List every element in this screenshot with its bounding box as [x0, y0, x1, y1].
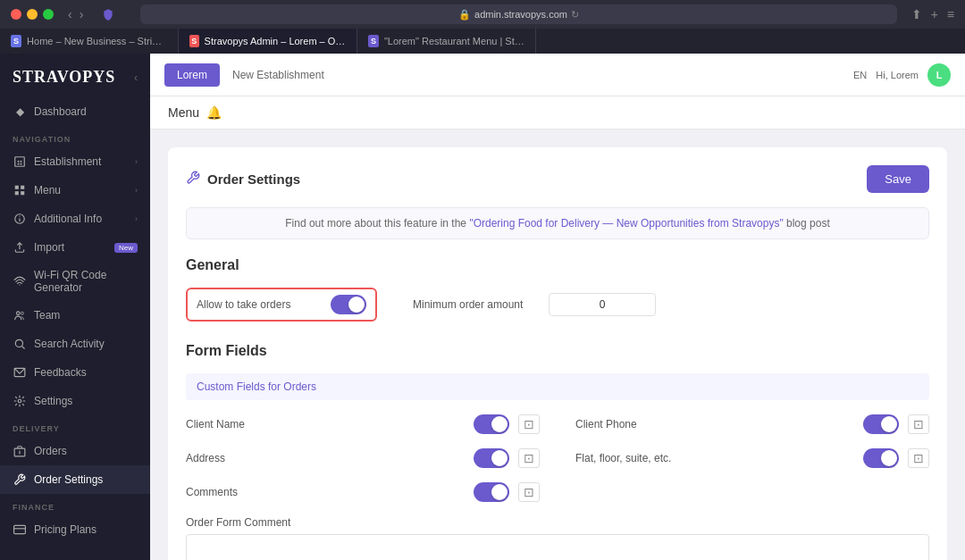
client-phone-edit-icon[interactable]: ⊡: [908, 414, 929, 434]
sidebar-item-pricing-plans[interactable]: Pricing Plans: [0, 515, 150, 544]
sidebar-item-menu[interactable]: Menu ›: [0, 176, 150, 205]
allow-orders-toggle[interactable]: [331, 295, 366, 314]
sidebar-item-orders[interactable]: Orders: [0, 437, 150, 465]
min-order-label: Minimum order amount: [413, 298, 538, 311]
svg-rect-8: [21, 191, 24, 195]
min-order-field: Minimum order amount: [413, 293, 656, 316]
topbar-tab-lorem[interactable]: Lorem: [164, 63, 220, 87]
app-container: STRAVOPYS ‹ ◆ Dashboard NAVIGATION Estab…: [0, 54, 965, 560]
upload-icon: [13, 240, 27, 255]
client-name-label: Client Name: [186, 418, 465, 430]
delivery-section-label: DELIVERY: [0, 415, 150, 437]
credit-card-icon: [13, 522, 27, 537]
general-row: Allow to take orders Minimum order amoun…: [186, 288, 929, 322]
form-fields-title: Form Fields: [186, 343, 929, 359]
settings-card: Order Settings Save Find out more about …: [168, 147, 947, 560]
order-comment-label: Order Form Comment: [186, 516, 929, 529]
comments-edit-icon[interactable]: ⊡: [518, 482, 540, 502]
wrench-icon: [13, 472, 27, 487]
field-row-address: Address ⊡: [186, 448, 540, 468]
tab-order-settings[interactable]: S Stravopys Admin – Lorem – Order Settin…: [179, 29, 357, 54]
mail-icon: [13, 365, 27, 380]
flat-floor-label: Flat, floor, suite, etc.: [575, 452, 854, 464]
fields-grid: Client Name ⊡ Client Phone ⊡ Address: [186, 414, 929, 502]
svg-point-13: [17, 312, 21, 315]
users-icon: [13, 308, 27, 322]
url-bar[interactable]: 🔒 admin.stravopys.com ↻: [140, 4, 896, 24]
grid-icon: [13, 183, 27, 197]
sidebar-item-feedbacks[interactable]: Feedbacks: [0, 358, 150, 387]
custom-fields-link[interactable]: Custom Fields for Orders: [186, 373, 929, 400]
field-row-client-phone: Client Phone ⊡: [575, 414, 929, 434]
sidebar-item-dashboard[interactable]: ◆ Dashboard: [0, 97, 150, 126]
svg-rect-7: [15, 191, 19, 195]
close-window-button[interactable]: [11, 9, 21, 20]
sidebar-item-order-settings[interactable]: Order Settings: [0, 465, 150, 494]
forward-button[interactable]: ›: [80, 7, 84, 21]
address-edit-icon[interactable]: ⊡: [518, 448, 540, 468]
info-icon: [13, 212, 27, 226]
svg-rect-4: [21, 163, 22, 165]
sidebar-item-team[interactable]: Team: [0, 301, 150, 330]
page-header: Menu 🔔: [150, 96, 965, 130]
comments-toggle[interactable]: [474, 482, 509, 502]
svg-point-11: [19, 216, 20, 217]
svg-point-12: [19, 285, 20, 286]
more-icon[interactable]: ≡: [947, 7, 954, 21]
tab-favicon-stripe: S: [11, 35, 21, 47]
svg-rect-3: [18, 163, 20, 165]
sidebar: STRAVOPYS ‹ ◆ Dashboard NAVIGATION Estab…: [0, 54, 150, 560]
sidebar-item-wifi-qr[interactable]: Wi-Fi QR Code Generator: [0, 262, 150, 301]
tab-lorem-menu[interactable]: S "Lorem" Restaurant Menu | Stravopys: [357, 29, 536, 54]
client-name-toggle[interactable]: [474, 414, 509, 434]
sidebar-item-additional-info[interactable]: Additional Info ›: [0, 205, 150, 233]
order-comment-section: Order Form Comment: [186, 516, 929, 560]
navigation-section-label: NAVIGATION: [0, 126, 150, 147]
sidebar-collapse-button[interactable]: ‹: [134, 71, 138, 84]
browser-actions: ⬆ + ≡: [911, 7, 954, 21]
sidebar-item-import[interactable]: Import New: [0, 233, 150, 262]
maximize-window-button[interactable]: [43, 9, 54, 20]
flat-floor-edit-icon[interactable]: ⊡: [908, 448, 929, 468]
language-button[interactable]: EN: [853, 70, 867, 80]
sidebar-item-establishment[interactable]: Establishment ›: [0, 147, 150, 176]
svg-rect-21: [14, 525, 26, 533]
sidebar-item-settings[interactable]: Settings: [0, 387, 150, 415]
topbar-tab-new-establishment[interactable]: New Establishment: [220, 63, 337, 87]
building-icon: [13, 155, 27, 169]
general-section-title: General: [186, 257, 929, 273]
svg-rect-2: [21, 161, 22, 163]
tab-favicon-order-settings: S: [189, 35, 199, 47]
tab-stripe[interactable]: S Home – New Business – Stripe [Test]: [0, 29, 179, 54]
order-comment-textarea[interactable]: [186, 534, 929, 560]
page-title: Menu: [168, 105, 199, 120]
svg-rect-6: [21, 186, 24, 189]
save-button[interactable]: Save: [867, 165, 929, 193]
back-button[interactable]: ‹: [68, 7, 72, 21]
menu-chevron: ›: [135, 186, 138, 195]
client-name-edit-icon[interactable]: ⊡: [518, 414, 540, 434]
form-fields-section: Form Fields Custom Fields for Orders Cli…: [186, 343, 929, 560]
import-new-badge: New: [114, 243, 138, 253]
diamond-icon: ◆: [13, 104, 27, 119]
sidebar-item-search-activity[interactable]: Search Activity: [0, 330, 150, 358]
min-order-input[interactable]: [549, 293, 656, 316]
address-toggle[interactable]: [474, 448, 509, 468]
search-icon: [13, 337, 27, 351]
window-controls: [11, 9, 54, 20]
address-label: Address: [186, 452, 465, 464]
wrench-title-icon: [186, 171, 200, 188]
share-icon[interactable]: ⬆: [911, 7, 922, 21]
user-avatar[interactable]: L: [927, 63, 951, 87]
settings-card-header: Order Settings Save: [186, 165, 929, 193]
client-phone-toggle[interactable]: [863, 414, 899, 434]
bell-icon[interactable]: 🔔: [206, 105, 222, 120]
main-content: Lorem New Establishment EN Hi, Lorem L M…: [150, 54, 965, 560]
flat-floor-toggle[interactable]: [863, 448, 899, 468]
info-banner-link[interactable]: "Ordering Food for Delivery — New Opport…: [469, 217, 783, 230]
new-tab-icon[interactable]: +: [931, 7, 938, 21]
svg-line-16: [21, 346, 24, 348]
minimize-window-button[interactable]: [27, 9, 38, 20]
topbar-right: EN Hi, Lorem L: [853, 63, 951, 87]
svg-rect-1: [18, 161, 20, 163]
